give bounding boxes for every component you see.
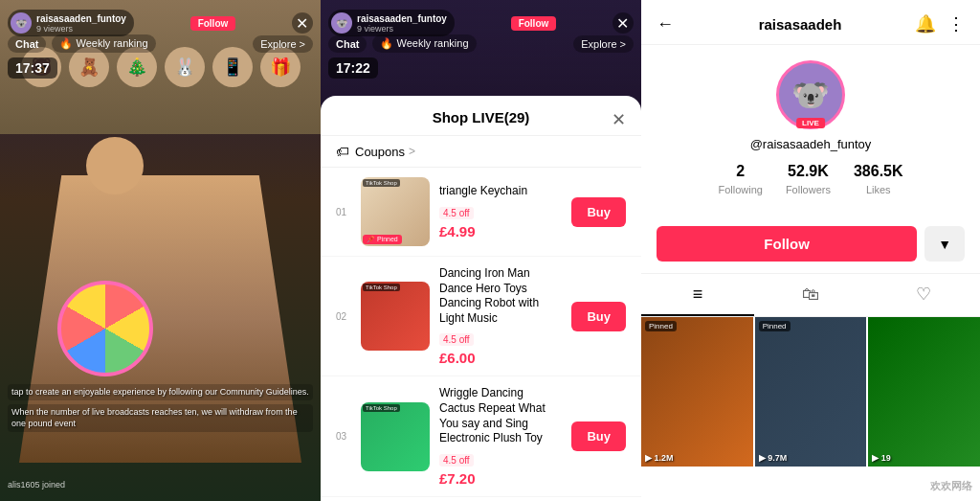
close-button-left[interactable]: ✕	[292, 12, 313, 34]
middle-profile-pill[interactable]: 🐨 raisasaaden_funtoy 9 viewers	[328, 10, 455, 36]
buy-button-1[interactable]: Buy	[571, 197, 626, 227]
viewers-left: 9 viewers	[36, 24, 126, 34]
middle-avatar-small: 🐨	[331, 12, 352, 34]
pinned-label-2: Pinned	[759, 321, 791, 331]
video-views-2: ▶ 9.7M	[759, 453, 788, 463]
coupons-arrow: >	[409, 145, 415, 158]
middle-ranking-tab[interactable]: 🔥 Weekly ranking	[372, 34, 476, 53]
video-views-1: ▶ 1.2M	[645, 453, 674, 463]
middle-chat-bar: Chat 🔥 Weekly ranking Explore >	[321, 34, 641, 53]
followers-label: Followers	[786, 184, 831, 195]
item-rank-3: 03	[336, 431, 351, 442]
profile-header: ← raisasaadeh 🔔 ⋮	[641, 0, 980, 45]
buy-button-3[interactable]: Buy	[571, 421, 626, 451]
stat-followers[interactable]: 52.9K Followers	[786, 163, 831, 197]
profile-info: 🐨 LIVE @raisasaadeh_funtoy 2 Following 5…	[641, 45, 980, 226]
item-price-2: £6.00	[439, 350, 562, 366]
item-discount-1: 4.5 off	[439, 207, 474, 219]
follow-button-middle[interactable]: Follow	[511, 16, 557, 31]
live-badge: LIVE	[796, 118, 825, 128]
coupons-label: Coupons	[355, 145, 405, 159]
spinner-wheel	[57, 281, 153, 376]
close-button-middle[interactable]: ✕	[612, 12, 634, 34]
video-views-3: ▶ 19	[872, 453, 891, 463]
tiktok-badge-1: TikTok Shop	[363, 179, 400, 187]
pinned-badge-1: 📌 Pinned	[363, 235, 402, 244]
follow-dropdown-button[interactable]: ▼	[924, 226, 965, 262]
person-head	[86, 137, 144, 194]
tab-shop[interactable]: 🛍	[754, 274, 867, 316]
video-thumb-3[interactable]: ▶ 19	[868, 317, 980, 467]
chat-tab-left[interactable]: Chat	[8, 35, 46, 53]
shelf-item-2: 🧸	[69, 47, 109, 87]
explore-tab-left[interactable]: Explore >	[253, 35, 313, 53]
item-name-1: triangle Keychain	[439, 184, 562, 199]
shop-header: Shop LIVE(29) ✕	[321, 96, 641, 136]
tab-liked[interactable]: ♡	[867, 274, 980, 316]
shelf-item-5: 📱	[212, 47, 253, 87]
ranking-tab-left[interactable]: 🔥 Weekly ranking	[52, 34, 155, 53]
shop-item-4: 04 TikTok Shop 44 hole bubble machine Bu…	[321, 497, 641, 501]
coupons-bar[interactable]: 🏷 Coupons >	[321, 136, 641, 168]
coupons-icon: 🏷	[336, 144, 349, 159]
timer-left: 17:37	[8, 57, 57, 79]
shop-close-button[interactable]: ✕	[612, 109, 626, 130]
video-thumb-1[interactable]: Pinned ▶ 1.2M	[641, 317, 753, 467]
profile-tabs: ≡ 🛍 ♡	[641, 273, 980, 317]
middle-panel: 🐨 raisasaaden_funtoy 9 viewers Follow ✕ …	[321, 0, 641, 501]
item-image-3: TikTok Shop	[361, 402, 430, 471]
likes-count: 386.5K	[854, 163, 903, 180]
shop-item-1: 01 TikTok Shop 📌 Pinned triangle Keychai…	[321, 168, 641, 257]
item-name-3: Wriggle Dancing Cactus Repeat What You s…	[439, 386, 562, 445]
tab-videos[interactable]: ≡	[641, 274, 754, 316]
avatar-small: 🐨	[11, 12, 32, 34]
profile-username-header: raisasaadeh	[685, 16, 915, 33]
item-info-2: Dancing Iron Man Dance Hero Toys Dancing…	[439, 266, 562, 366]
following-count: 2	[718, 163, 762, 180]
buy-button-2[interactable]: Buy	[571, 302, 626, 331]
item-discount-3: 4.5 off	[439, 454, 474, 467]
watermark: 欢欢网络	[923, 479, 980, 493]
item-info-3: Wriggle Dancing Cactus Repeat What You s…	[439, 386, 562, 486]
item-rank-1: 01	[336, 207, 351, 217]
tiktok-badge-3: TikTok Shop	[363, 404, 400, 412]
middle-timer: 17:22	[328, 57, 378, 79]
profile-avatar: 🐨 LIVE	[776, 60, 845, 129]
profile-pill[interactable]: 🐨 raisasaaden_funtoy 9 viewers	[8, 10, 134, 36]
middle-explore-tab[interactable]: Explore >	[573, 35, 634, 53]
pinned-label-1: Pinned	[645, 321, 677, 331]
profile-handle: @raisasaadeh_funtoy	[750, 137, 872, 151]
middle-username: raisasaaden_funtoy	[357, 13, 447, 24]
more-options-button[interactable]: ⋮	[947, 13, 965, 34]
tiktok-badge-2: TikTok Shop	[363, 284, 400, 291]
notification-button[interactable]: 🔔	[915, 13, 936, 34]
chat-msg-1: tap to create an enjoyable experience by…	[8, 384, 313, 400]
chat-ranking-bar-left: Chat 🔥 Weekly ranking Explore >	[0, 34, 321, 53]
item-price-1: £4.99	[439, 223, 562, 239]
shelf-item-4: 🐰	[165, 47, 205, 87]
shop-items-list: 01 TikTok Shop 📌 Pinned triangle Keychai…	[321, 168, 641, 501]
follow-button-main[interactable]: Follow	[657, 226, 917, 262]
shelf-item-3: 🎄	[117, 47, 157, 87]
profile-stats: 2 Following 52.9K Followers 386.5K Likes	[718, 163, 902, 197]
follow-row: Follow ▼	[641, 226, 980, 262]
joined-msg-left: alis1605 joined	[8, 480, 65, 490]
middle-chat-tab[interactable]: Chat	[328, 35, 367, 53]
follow-button-left[interactable]: Follow	[190, 16, 236, 31]
username-left: raisasaaden_funtoy	[36, 13, 126, 24]
item-discount-2: 4.5 off	[439, 333, 474, 346]
chat-messages-left: tap to create an enjoyable experience by…	[0, 376, 321, 444]
right-profile-panel: ← raisasaadeh 🔔 ⋮ 🐨 LIVE @raisasaadeh_fu…	[641, 0, 980, 501]
stat-likes[interactable]: 386.5K Likes	[854, 163, 903, 197]
video-thumb-2[interactable]: Pinned ▶ 9.7M	[755, 317, 867, 467]
liked-tab-icon: ♡	[916, 284, 931, 305]
shop-panel: Shop LIVE(29) ✕ 🏷 Coupons > 01 TikTok Sh…	[321, 96, 641, 501]
item-rank-2: 02	[336, 311, 351, 322]
stat-following[interactable]: 2 Following	[718, 163, 762, 197]
middle-viewers: 9 viewers	[357, 24, 447, 34]
item-price-3: £7.20	[439, 470, 562, 487]
item-image-2: TikTok Shop	[361, 282, 430, 351]
shop-title: Shop LIVE(29)	[433, 109, 530, 125]
chat-msg-2: When the number of live broadcasts reach…	[8, 404, 313, 432]
back-button[interactable]: ←	[657, 14, 674, 34]
